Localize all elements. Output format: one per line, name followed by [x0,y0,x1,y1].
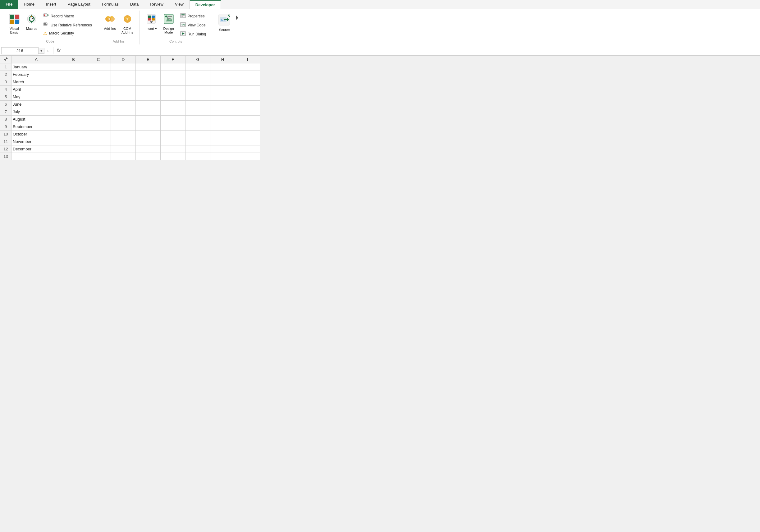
cell-G8[interactable] [185,116,210,123]
cell-C6[interactable] [86,101,111,108]
tab-file[interactable]: File [0,0,18,9]
cell-F4[interactable] [161,86,185,93]
cell-F11[interactable] [161,138,185,145]
insert-control-button[interactable]: Insert ▾ [143,12,160,32]
cell-E2[interactable] [136,71,161,78]
cell-I11[interactable] [235,138,260,145]
cell-H5[interactable] [210,93,235,101]
col-header-g[interactable]: G [185,56,210,63]
macro-security-button[interactable]: ⚠ Macro Security [41,30,94,37]
cell-F7[interactable] [161,108,185,116]
cell-B12[interactable] [61,145,86,153]
cell-I2[interactable] [235,71,260,78]
cell-B5[interactable] [61,93,86,101]
cell-H9[interactable] [210,123,235,130]
cell-I9[interactable] [235,123,260,130]
cell-I7[interactable] [235,108,260,116]
cell-G7[interactable] [185,108,210,116]
cell-H8[interactable] [210,116,235,123]
cell-A12[interactable]: December [12,145,61,153]
cell-A1[interactable]: January [12,63,61,71]
name-box-dropdown[interactable]: ▼ [38,48,44,54]
cell-H12[interactable] [210,145,235,153]
cell-I5[interactable] [235,93,260,101]
cell-H7[interactable] [210,108,235,116]
cell-C1[interactable] [86,63,111,71]
cell-I1[interactable] [235,63,260,71]
col-header-e[interactable]: E [136,56,161,63]
tab-developer[interactable]: Developer [190,0,221,9]
cell-B3[interactable] [61,78,86,86]
cell-F13[interactable] [161,153,185,160]
com-add-ins-button[interactable]: COMAdd-Ins [119,12,135,36]
properties-button[interactable]: Properties [178,12,208,20]
row-header-7[interactable]: 7 [0,108,12,116]
row-header-3[interactable]: 3 [0,78,12,86]
cell-B9[interactable] [61,123,86,130]
cell-F8[interactable] [161,116,185,123]
cell-G11[interactable] [185,138,210,145]
tab-home[interactable]: Home [18,0,40,9]
cell-H2[interactable] [210,71,235,78]
cell-C4[interactable] [86,86,111,93]
cell-F12[interactable] [161,145,185,153]
cell-C5[interactable] [86,93,111,101]
row-header-5[interactable]: 5 [0,93,12,101]
name-box[interactable] [1,47,38,54]
cell-B11[interactable] [61,138,86,145]
col-header-h[interactable]: H [210,56,235,63]
cell-D10[interactable] [111,130,136,138]
cell-A5[interactable]: May [12,93,61,101]
select-all-button[interactable] [0,56,12,63]
cell-E13[interactable] [136,153,161,160]
cell-C2[interactable] [86,71,111,78]
cell-G6[interactable] [185,101,210,108]
cell-G2[interactable] [185,71,210,78]
tab-data[interactable]: Data [124,0,144,9]
source-button[interactable]: </> Source [216,12,233,33]
row-header-11[interactable]: 11 [0,138,12,145]
design-mode-button[interactable]: DesignMode [161,12,177,36]
cell-B10[interactable] [61,130,86,138]
row-header-10[interactable]: 10 [0,130,12,138]
col-header-b[interactable]: B [61,56,86,63]
cell-A9[interactable]: September [12,123,61,130]
cell-H4[interactable] [210,86,235,93]
cell-I13[interactable] [235,153,260,160]
cell-D11[interactable] [111,138,136,145]
macros-button[interactable]: Macros [24,12,40,32]
cell-F2[interactable] [161,71,185,78]
cell-E12[interactable] [136,145,161,153]
col-header-f[interactable]: F [161,56,185,63]
cell-D2[interactable] [111,71,136,78]
cell-C9[interactable] [86,123,111,130]
cell-G10[interactable] [185,130,210,138]
cell-I3[interactable] [235,78,260,86]
cell-H1[interactable] [210,63,235,71]
cell-B6[interactable] [61,101,86,108]
cell-B13[interactable] [61,153,86,160]
tab-formulas[interactable]: Formulas [96,0,124,9]
col-header-a[interactable]: A [12,56,61,63]
cell-E7[interactable] [136,108,161,116]
cell-G1[interactable] [185,63,210,71]
col-header-d[interactable]: D [111,56,136,63]
cell-A4[interactable]: April [12,86,61,93]
run-dialog-button[interactable]: Run Dialog [178,30,208,38]
cell-C11[interactable] [86,138,111,145]
cell-A11[interactable]: November [12,138,61,145]
cell-D6[interactable] [111,101,136,108]
use-relative-button[interactable]: Use Relative References [41,21,94,29]
cell-F1[interactable] [161,63,185,71]
cell-F10[interactable] [161,130,185,138]
row-header-1[interactable]: 1 [0,63,12,71]
cell-I8[interactable] [235,116,260,123]
visual-basic-button[interactable]: VisualBasic [6,12,23,36]
cell-G5[interactable] [185,93,210,101]
cell-B8[interactable] [61,116,86,123]
cell-E8[interactable] [136,116,161,123]
cell-E1[interactable] [136,63,161,71]
cell-H13[interactable] [210,153,235,160]
cell-C8[interactable] [86,116,111,123]
cell-C13[interactable] [86,153,111,160]
